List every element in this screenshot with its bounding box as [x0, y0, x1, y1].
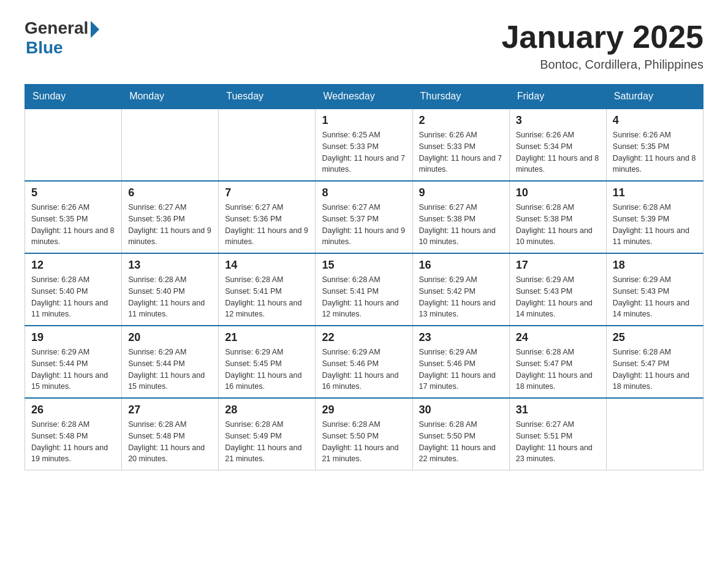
day-info: Sunrise: 6:27 AMSunset: 5:36 PMDaylight:… — [128, 202, 212, 248]
calendar-cell: 12Sunrise: 6:28 AMSunset: 5:40 PMDayligh… — [25, 253, 122, 326]
day-number: 6 — [128, 186, 212, 199]
page-header: General Blue January 2025 Bontoc, Cordil… — [25, 18, 703, 72]
day-number: 5 — [31, 186, 115, 199]
day-number: 2 — [419, 114, 503, 127]
day-number: 25 — [613, 331, 697, 344]
calendar-cell — [219, 109, 316, 181]
col-tuesday: Tuesday — [219, 85, 316, 109]
day-number: 30 — [419, 404, 503, 416]
day-number: 11 — [613, 186, 697, 199]
day-number: 22 — [322, 331, 406, 344]
location-title: Bontoc, Cordillera, Philippines — [501, 58, 703, 72]
calendar-cell: 11Sunrise: 6:28 AMSunset: 5:39 PMDayligh… — [606, 181, 703, 253]
calendar-cell: 18Sunrise: 6:29 AMSunset: 5:43 PMDayligh… — [606, 253, 703, 326]
day-number: 28 — [225, 404, 309, 416]
day-number: 4 — [613, 114, 697, 127]
week-row-5: 26Sunrise: 6:28 AMSunset: 5:48 PMDayligh… — [25, 398, 703, 470]
col-sunday: Sunday — [25, 85, 122, 109]
day-info: Sunrise: 6:28 AMSunset: 5:50 PMDaylight:… — [322, 419, 406, 465]
calendar-cell: 6Sunrise: 6:27 AMSunset: 5:36 PMDaylight… — [122, 181, 219, 253]
calendar-cell: 15Sunrise: 6:28 AMSunset: 5:41 PMDayligh… — [316, 253, 412, 326]
calendar-cell — [606, 398, 703, 470]
day-number: 26 — [31, 404, 115, 416]
day-info: Sunrise: 6:27 AMSunset: 5:51 PMDaylight:… — [516, 419, 600, 465]
calendar-cell: 13Sunrise: 6:28 AMSunset: 5:40 PMDayligh… — [122, 253, 219, 326]
title-section: January 2025 Bontoc, Cordillera, Philipp… — [501, 18, 703, 72]
day-info: Sunrise: 6:28 AMSunset: 5:38 PMDaylight:… — [516, 202, 600, 248]
day-info: Sunrise: 6:28 AMSunset: 5:48 PMDaylight:… — [31, 419, 115, 465]
day-info: Sunrise: 6:28 AMSunset: 5:47 PMDaylight:… — [613, 347, 697, 393]
day-number: 23 — [419, 331, 503, 344]
calendar-cell: 3Sunrise: 6:26 AMSunset: 5:34 PMDaylight… — [509, 109, 606, 181]
day-info: Sunrise: 6:28 AMSunset: 5:47 PMDaylight:… — [516, 347, 600, 393]
day-info: Sunrise: 6:29 AMSunset: 5:44 PMDaylight:… — [128, 347, 212, 393]
week-row-2: 5Sunrise: 6:26 AMSunset: 5:35 PMDaylight… — [25, 181, 703, 253]
calendar-cell: 14Sunrise: 6:28 AMSunset: 5:41 PMDayligh… — [219, 253, 316, 326]
calendar-cell — [25, 109, 122, 181]
calendar-cell: 27Sunrise: 6:28 AMSunset: 5:48 PMDayligh… — [122, 398, 219, 470]
calendar-cell: 25Sunrise: 6:28 AMSunset: 5:47 PMDayligh… — [606, 326, 703, 398]
week-row-4: 19Sunrise: 6:29 AMSunset: 5:44 PMDayligh… — [25, 326, 703, 398]
col-monday: Monday — [122, 85, 219, 109]
col-saturday: Saturday — [606, 85, 703, 109]
day-info: Sunrise: 6:29 AMSunset: 5:42 PMDaylight:… — [419, 274, 503, 320]
day-info: Sunrise: 6:26 AMSunset: 5:33 PMDaylight:… — [419, 129, 503, 175]
day-number: 27 — [128, 404, 212, 416]
calendar-cell: 17Sunrise: 6:29 AMSunset: 5:43 PMDayligh… — [509, 253, 606, 326]
calendar-table: Sunday Monday Tuesday Wednesday Thursday… — [25, 84, 703, 470]
day-number: 20 — [128, 331, 212, 344]
day-info: Sunrise: 6:25 AMSunset: 5:33 PMDaylight:… — [322, 129, 406, 175]
calendar-cell: 31Sunrise: 6:27 AMSunset: 5:51 PMDayligh… — [509, 398, 606, 470]
day-number: 21 — [225, 331, 309, 344]
day-info: Sunrise: 6:28 AMSunset: 5:40 PMDaylight:… — [31, 274, 115, 320]
day-info: Sunrise: 6:28 AMSunset: 5:41 PMDaylight:… — [225, 274, 309, 320]
day-number: 13 — [128, 259, 212, 272]
calendar-cell: 19Sunrise: 6:29 AMSunset: 5:44 PMDayligh… — [25, 326, 122, 398]
month-title: January 2025 — [501, 18, 703, 55]
col-friday: Friday — [509, 85, 606, 109]
calendar-cell: 23Sunrise: 6:29 AMSunset: 5:46 PMDayligh… — [412, 326, 509, 398]
calendar-cell: 26Sunrise: 6:28 AMSunset: 5:48 PMDayligh… — [25, 398, 122, 470]
calendar-cell: 29Sunrise: 6:28 AMSunset: 5:50 PMDayligh… — [316, 398, 412, 470]
day-info: Sunrise: 6:28 AMSunset: 5:50 PMDaylight:… — [419, 419, 503, 465]
calendar-cell: 22Sunrise: 6:29 AMSunset: 5:46 PMDayligh… — [316, 326, 412, 398]
day-info: Sunrise: 6:28 AMSunset: 5:40 PMDaylight:… — [128, 274, 212, 320]
day-info: Sunrise: 6:28 AMSunset: 5:39 PMDaylight:… — [613, 202, 697, 248]
day-info: Sunrise: 6:29 AMSunset: 5:43 PMDaylight:… — [516, 274, 600, 320]
day-number: 1 — [322, 114, 406, 127]
day-info: Sunrise: 6:27 AMSunset: 5:37 PMDaylight:… — [322, 202, 406, 248]
day-number: 12 — [31, 259, 115, 272]
day-info: Sunrise: 6:28 AMSunset: 5:49 PMDaylight:… — [225, 419, 309, 465]
calendar-cell: 2Sunrise: 6:26 AMSunset: 5:33 PMDaylight… — [412, 109, 509, 181]
calendar-cell — [122, 109, 219, 181]
day-info: Sunrise: 6:29 AMSunset: 5:46 PMDaylight:… — [419, 347, 503, 393]
calendar-cell: 10Sunrise: 6:28 AMSunset: 5:38 PMDayligh… — [509, 181, 606, 253]
day-info: Sunrise: 6:27 AMSunset: 5:38 PMDaylight:… — [419, 202, 503, 248]
calendar-cell: 8Sunrise: 6:27 AMSunset: 5:37 PMDaylight… — [316, 181, 412, 253]
logo-arrow-icon — [91, 21, 99, 38]
day-number: 10 — [516, 186, 600, 199]
logo-blue-text: Blue — [26, 38, 63, 58]
week-row-1: 1Sunrise: 6:25 AMSunset: 5:33 PMDaylight… — [25, 109, 703, 181]
day-info: Sunrise: 6:29 AMSunset: 5:45 PMDaylight:… — [225, 347, 309, 393]
day-number: 3 — [516, 114, 600, 127]
day-number: 8 — [322, 186, 406, 199]
day-number: 14 — [225, 259, 309, 272]
calendar-cell: 24Sunrise: 6:28 AMSunset: 5:47 PMDayligh… — [509, 326, 606, 398]
logo-general-text: General — [25, 18, 88, 38]
calendar-cell: 30Sunrise: 6:28 AMSunset: 5:50 PMDayligh… — [412, 398, 509, 470]
calendar-header-row: Sunday Monday Tuesday Wednesday Thursday… — [25, 85, 703, 109]
calendar-cell: 5Sunrise: 6:26 AMSunset: 5:35 PMDaylight… — [25, 181, 122, 253]
day-info: Sunrise: 6:28 AMSunset: 5:48 PMDaylight:… — [128, 419, 212, 465]
day-number: 19 — [31, 331, 115, 344]
calendar-cell: 7Sunrise: 6:27 AMSunset: 5:36 PMDaylight… — [219, 181, 316, 253]
week-row-3: 12Sunrise: 6:28 AMSunset: 5:40 PMDayligh… — [25, 253, 703, 326]
calendar-cell: 20Sunrise: 6:29 AMSunset: 5:44 PMDayligh… — [122, 326, 219, 398]
col-thursday: Thursday — [412, 85, 509, 109]
day-info: Sunrise: 6:29 AMSunset: 5:44 PMDaylight:… — [31, 347, 115, 393]
day-info: Sunrise: 6:27 AMSunset: 5:36 PMDaylight:… — [225, 202, 309, 248]
calendar-cell: 28Sunrise: 6:28 AMSunset: 5:49 PMDayligh… — [219, 398, 316, 470]
day-info: Sunrise: 6:26 AMSunset: 5:35 PMDaylight:… — [31, 202, 115, 248]
day-number: 7 — [225, 186, 309, 199]
day-number: 24 — [516, 331, 600, 344]
